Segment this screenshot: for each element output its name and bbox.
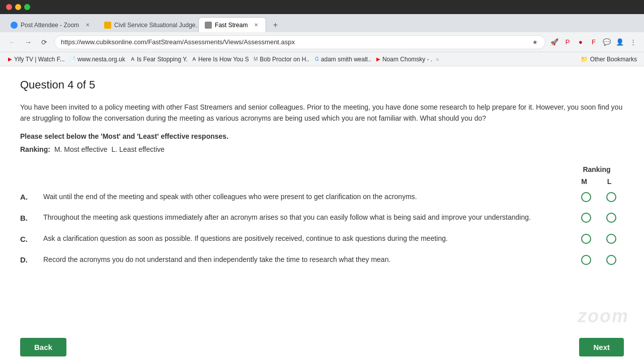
zoom-watermark: zoom: [578, 306, 629, 327]
traffic-lights: [6, 4, 30, 10]
bookmark-here[interactable]: 𐌀 Here Is How You S...: [188, 55, 249, 64]
toolbar-icons: 🚀 P ● F 💬 👤 ⋮: [549, 37, 638, 47]
star-icon[interactable]: ★: [531, 38, 539, 46]
answer-radios-a: [574, 192, 624, 202]
bookmark-nesta[interactable]: 📄 www.nesta.org.uk...: [65, 55, 126, 64]
radio-c-most[interactable]: [581, 234, 591, 244]
close-button[interactable]: [6, 4, 12, 10]
extensions-icon[interactable]: 🚀: [549, 37, 559, 47]
answer-letter-b: B.: [20, 214, 35, 222]
tab-label-civil: Civil Service Situational Judge...: [114, 22, 198, 29]
menu-icon[interactable]: ⋮: [628, 37, 638, 47]
tab-close-fast[interactable]: ✕: [253, 22, 260, 29]
wechat-icon[interactable]: 💬: [602, 37, 612, 47]
minimize-button[interactable]: [15, 4, 21, 10]
bottom-nav: Back Next: [0, 332, 644, 362]
answer-letter-d: D.: [20, 255, 35, 264]
bookmark-bob[interactable]: M Bob Proctor on H...: [250, 55, 310, 64]
addressbar: ← → ⟳ https://www.cubiksonline.com/FastS…: [0, 32, 644, 52]
ranking-cols: M L: [572, 177, 622, 186]
lastpass-icon[interactable]: ●: [576, 37, 586, 47]
maximize-button[interactable]: [24, 4, 30, 10]
tab-civil[interactable]: Civil Service Situational Judge... ✕: [98, 17, 198, 32]
titlebar: [0, 0, 644, 14]
answer-letter-c: C.: [20, 235, 35, 243]
answer-row-b: B. Throughout the meeting ask questions …: [20, 212, 624, 223]
url-icons: ★: [531, 38, 539, 46]
back-nav-button[interactable]: ←: [6, 36, 18, 48]
question-instruction: Please select below the 'Most' and 'Leas…: [20, 132, 624, 140]
bookmark-adam[interactable]: G adam smith wealt...: [311, 55, 371, 64]
radio-a-least[interactable]: [606, 192, 616, 202]
tab-zoom[interactable]: Post Attendee - Zoom ✕: [4, 17, 98, 32]
answer-row-d: D. Record the acronyms you do not unders…: [20, 254, 624, 265]
bookmark-label-adam: adam smith wealt...: [321, 56, 371, 63]
question-title: Question 4 of 5: [20, 78, 624, 92]
radio-d-most[interactable]: [581, 255, 591, 265]
answer-radios-c: [574, 234, 624, 244]
radio-cell-a-m[interactable]: [574, 192, 599, 202]
radio-d-least[interactable]: [606, 255, 616, 265]
answer-text-a: Wait until the end of the meeting and sp…: [43, 192, 566, 203]
answer-row-a: A. Wait until the end of the meeting and…: [20, 192, 624, 203]
col-m-label: M: [572, 177, 597, 186]
answers-table: A. Wait until the end of the meeting and…: [20, 192, 624, 265]
foxit-icon[interactable]: F: [589, 37, 599, 47]
tab-label-zoom: Post Attendee - Zoom: [21, 22, 79, 29]
url-bar[interactable]: https://www.cubiksonline.com/FastStream/…: [54, 35, 545, 49]
bookmark-overflow: »: [436, 56, 439, 63]
bookmark-label-yify: Yify TV | Watch F...: [14, 56, 64, 63]
tab-favicon-civil: [104, 22, 111, 29]
page-content: Question 4 of 5 You have been invited to…: [0, 66, 644, 362]
radio-cell-c-l[interactable]: [599, 234, 624, 244]
bookmark-label-bob: Bob Proctor on H...: [260, 56, 310, 63]
radio-b-most[interactable]: [581, 213, 591, 223]
next-button[interactable]: Next: [579, 338, 624, 356]
bookmark-label-here: Here Is How You S...: [198, 56, 249, 63]
bookmark-label-nesta: www.nesta.org.uk...: [77, 56, 126, 63]
radio-cell-b-m[interactable]: [574, 213, 599, 223]
ranking-header-row: Ranking: [20, 165, 624, 173]
radio-cell-b-l[interactable]: [599, 213, 624, 223]
forward-nav-button[interactable]: →: [22, 36, 34, 48]
other-bookmarks[interactable]: 📁 Other Bookmarks: [578, 55, 640, 64]
radio-cell-d-l[interactable]: [599, 255, 624, 265]
ranking-label: Ranking:: [20, 145, 50, 153]
question-body: You have been invited to a policy meetin…: [20, 102, 624, 124]
radio-c-least[interactable]: [606, 234, 616, 244]
ranking-header-title: Ranking: [572, 165, 622, 173]
radio-cell-c-m[interactable]: [574, 234, 599, 244]
most-label: M. Most effective: [54, 145, 108, 153]
bookmark-label-noam: Noam Chomsky - ...: [382, 56, 433, 63]
other-bookmarks-label: Other Bookmarks: [590, 56, 637, 63]
new-tab-button[interactable]: +: [268, 18, 282, 32]
answer-row-c: C. Ask a clarification question as soon …: [20, 233, 624, 244]
least-label: L. Least effective: [111, 145, 165, 153]
bookmark-yify[interactable]: ▶ Yify TV | Watch F...: [4, 55, 64, 64]
ranking-header-inner: Ranking: [572, 165, 622, 173]
radio-cell-d-m[interactable]: [574, 255, 599, 265]
back-button[interactable]: Back: [20, 338, 66, 356]
pinterest-icon[interactable]: P: [562, 37, 573, 47]
profile-icon[interactable]: 👤: [615, 37, 625, 47]
col-l-label: L: [597, 177, 622, 186]
bookmark-noam[interactable]: ▶ Noam Chomsky - ...: [372, 55, 433, 64]
tab-close-zoom[interactable]: ✕: [84, 22, 91, 29]
tab-fast[interactable]: Fast Stream ✕: [198, 17, 266, 32]
tab-favicon-fast: [205, 22, 212, 29]
answer-text-b: Throughout the meeting ask questions imm…: [43, 212, 566, 223]
radio-b-least[interactable]: [606, 213, 616, 223]
bookmarksbar: ▶ Yify TV | Watch F... 📄 www.nesta.org.u…: [0, 52, 644, 66]
radio-a-most[interactable]: [581, 192, 591, 202]
bookmark-fear[interactable]: 𐌀 Is Fear Stopping Y...: [127, 55, 187, 64]
answer-text-d: Record the acronyms you do not understan…: [43, 254, 566, 265]
reload-button[interactable]: ⟳: [38, 36, 50, 48]
url-text: https://www.cubiksonline.com/FastStream/…: [61, 38, 531, 46]
ranking-legend: Ranking: M. Most effective L. Least effe…: [20, 145, 624, 153]
answer-radios-b: [574, 213, 624, 223]
radio-cell-a-l[interactable]: [599, 192, 624, 202]
tab-label-fast: Fast Stream: [215, 22, 248, 29]
answer-radios-d: [574, 255, 624, 265]
tabbar: Post Attendee - Zoom ✕ Civil Service Sit…: [0, 14, 644, 32]
ranking-cols-header: M L: [20, 177, 624, 186]
